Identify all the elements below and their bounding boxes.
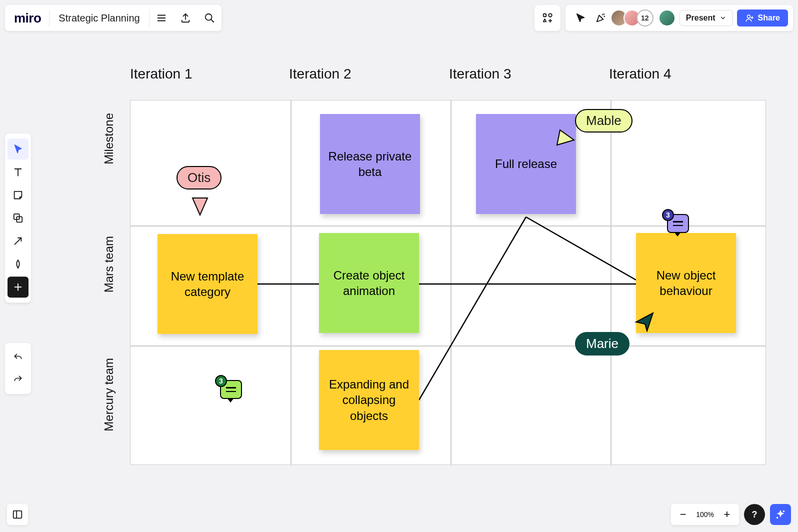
shapes-icon	[12, 212, 24, 224]
svg-line-16	[602, 14, 602, 15]
ai-assist-button[interactable]	[770, 504, 791, 525]
column-header: Iteration 4	[609, 66, 672, 82]
chevron-down-icon	[720, 14, 726, 22]
user-cursor-label: Mable	[575, 109, 632, 132]
zoom-control: − 100% +	[671, 504, 739, 525]
search-icon	[204, 12, 215, 24]
sticky-note-icon	[12, 190, 24, 200]
redo-button[interactable]	[8, 369, 28, 390]
svg-rect-29	[14, 511, 22, 518]
pointer-icon	[12, 144, 24, 154]
topbar-right: 12 Present Share	[534, 5, 793, 31]
apps-button[interactable]	[534, 5, 560, 31]
svg-point-31	[783, 510, 784, 512]
apps-icon	[542, 12, 553, 24]
avatar-self[interactable]	[658, 10, 676, 26]
row-header: Milestone	[102, 113, 116, 164]
collab-controls: 12 Present Share	[566, 5, 793, 31]
sticky-note[interactable]: Expanding and collapsing objects	[319, 350, 419, 450]
svg-line-18	[604, 14, 604, 14]
undo-icon	[13, 352, 23, 362]
undo-button[interactable]	[8, 347, 28, 368]
sparkle-icon	[775, 509, 786, 520]
participant-avatars[interactable]: 12	[610, 10, 676, 26]
cursor-pointer-icon	[556, 129, 575, 146]
main-menu-button[interactable]	[150, 6, 174, 30]
pen-icon	[12, 258, 24, 270]
zoom-level[interactable]: 100%	[692, 510, 718, 518]
row-header: Mercury team	[102, 358, 116, 432]
column-header: Iteration 1	[130, 66, 192, 82]
miro-logo[interactable]: miro	[5, 10, 49, 26]
cursor-pointer-icon	[192, 196, 208, 216]
search-button[interactable]	[198, 6, 222, 30]
help-button[interactable]: ?	[744, 504, 765, 525]
user-cursor-label: Marie	[575, 332, 630, 356]
svg-point-19	[747, 15, 750, 18]
present-button[interactable]: Present	[680, 10, 733, 26]
connector-tool[interactable]	[8, 230, 28, 252]
comment-count-badge: 3	[662, 209, 674, 221]
redo-icon	[13, 374, 23, 384]
text-tool[interactable]	[8, 162, 28, 182]
sticky-tool[interactable]	[8, 184, 28, 206]
pen-tool[interactable]	[8, 254, 28, 274]
left-toolbar	[5, 134, 31, 302]
zoom-out-button[interactable]: −	[674, 506, 692, 524]
sticky-note[interactable]: New template category	[158, 234, 258, 334]
shapes-tool[interactable]	[8, 208, 28, 228]
share-label: Share	[758, 14, 780, 22]
svg-point-13	[548, 14, 552, 16]
share-button[interactable]: Share	[737, 10, 788, 26]
avatar-overflow-count[interactable]: 12	[636, 10, 654, 26]
cursor-icon	[575, 12, 586, 24]
svg-rect-12	[544, 14, 546, 17]
history-toolbar	[5, 343, 31, 394]
column-header: Iteration 3	[449, 66, 512, 82]
svg-point-32	[776, 517, 778, 518]
person-add-icon	[745, 14, 754, 22]
select-tool[interactable]	[8, 138, 28, 160]
user-cursor-label: Otis	[176, 166, 222, 190]
zoom-in-button[interactable]: +	[718, 506, 736, 524]
arrow-icon	[12, 236, 24, 246]
board-canvas[interactable]: Iteration 1 Iteration 2 Iteration 3 Iter…	[0, 0, 798, 532]
panel-icon	[12, 509, 23, 520]
cursor-mode-button[interactable]	[570, 6, 590, 30]
topbar-left: miro Strategic Planning	[5, 5, 222, 31]
column-header: Iteration 2	[289, 66, 352, 82]
comment-bubble[interactable]: 3	[667, 214, 689, 233]
hamburger-icon	[156, 12, 167, 24]
present-label: Present	[686, 14, 716, 22]
more-tools[interactable]	[8, 276, 28, 298]
row-header: Mars team	[102, 236, 116, 292]
text-icon	[12, 166, 24, 178]
svg-marker-5	[557, 130, 574, 145]
board-title[interactable]: Strategic Planning	[50, 12, 148, 24]
svg-line-11	[210, 20, 214, 22]
reactions-button[interactable]	[590, 6, 610, 30]
svg-marker-6	[636, 313, 653, 331]
svg-marker-4	[192, 198, 208, 215]
svg-line-26	[15, 238, 22, 244]
cursor-pointer-icon	[634, 312, 654, 332]
comment-bubble[interactable]: 3	[220, 380, 242, 399]
comment-count-badge: 3	[215, 375, 227, 387]
plus-icon	[12, 282, 24, 292]
svg-line-17	[604, 16, 604, 16]
confetti-icon	[595, 12, 606, 24]
bottom-right-controls: − 100% + ?	[671, 504, 791, 525]
frames-panel-button[interactable]	[7, 504, 28, 525]
export-button[interactable]	[174, 6, 198, 30]
upload-icon	[180, 12, 191, 24]
sticky-note[interactable]: Create object animation	[319, 233, 419, 333]
sticky-note[interactable]: Release private beta	[320, 114, 420, 214]
